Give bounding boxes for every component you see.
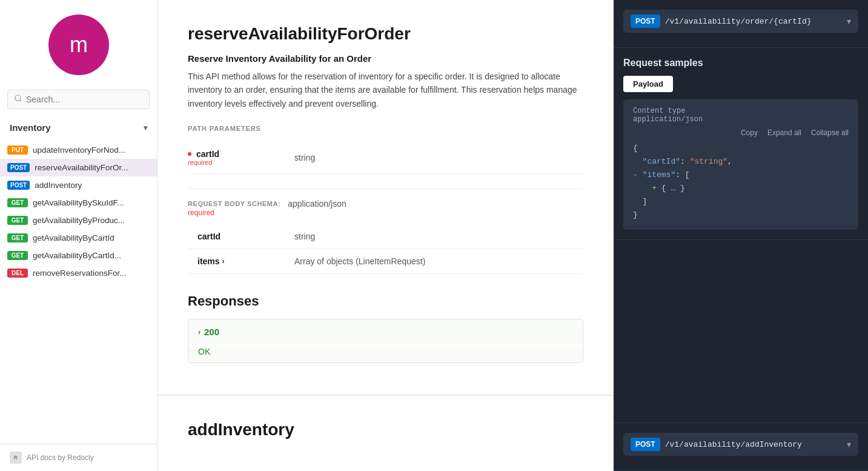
svg-line-2 <box>20 100 22 102</box>
svg-text:m: m <box>70 32 88 57</box>
endpoint-section-addinventory: addInventory <box>157 396 614 461</box>
param-type: Array of objects (LineItemRequest) <box>294 256 425 266</box>
sidebar-nav: PUT updateInventoryForNod... POST reserv… <box>0 141 157 444</box>
sidebar-item-getavailabilitybyskuid[interactable]: GET getAvailabilityBySkuIdF... <box>0 194 157 212</box>
endpoint-badge-row-2[interactable]: POST /v1/availability/addInventory ▾ <box>623 433 858 456</box>
method-badge-post: POST <box>7 163 30 172</box>
post-method-badge: POST <box>631 15 660 28</box>
code-line-2: "cartId": "string", <box>633 155 849 169</box>
post-method-badge-2: POST <box>631 438 660 451</box>
endpoint-title-2: addInventory <box>188 420 583 439</box>
nav-item-label: getAvailabilityByProduc... <box>33 216 125 225</box>
param-info: items › <box>188 256 285 266</box>
svg-point-1 <box>15 95 21 101</box>
sidebar-item-getavailabilitybycartid2[interactable]: GET getAvailabilityByCartId... <box>0 247 157 264</box>
request-schema-row: REQUEST BODY SCHEMA: application/json <box>188 199 583 209</box>
sidebar-item-addinventory[interactable]: POST addInventory <box>0 176 157 194</box>
body-param-cartid: cartId string <box>188 224 583 249</box>
response-status: OK <box>188 347 583 362</box>
nav-item-label: getAvailabilityByCartId... <box>33 251 121 260</box>
code-meta: Content type application/json <box>633 107 849 124</box>
copy-button[interactable]: Copy <box>741 129 758 137</box>
request-body-section: REQUEST BODY SCHEMA: application/json re… <box>188 189 583 217</box>
response-item-200: › 200 OK <box>188 319 583 363</box>
footer-text: API docs by Redocly <box>27 453 94 462</box>
nav-item-label: updateInventoryForNod... <box>33 145 125 155</box>
endpoint-description: This API method allows for the reservati… <box>188 70 583 110</box>
chevron-right-icon: › <box>198 328 200 336</box>
endpoint-section-reserve: reserveAvailabilityForOrder Reserve Inve… <box>157 0 614 395</box>
right-section-samples: Request samples Payload Content type app… <box>614 48 868 240</box>
responses-section: Responses › 200 OK <box>188 293 583 363</box>
nav-item-label: getAvailabilityBySkuIdF... <box>33 198 124 207</box>
method-badge-put: PUT <box>7 145 28 155</box>
logo-svg: m <box>61 27 97 63</box>
required-label: required <box>188 159 285 166</box>
request-schema-type: application/json <box>288 199 346 209</box>
code-line-1: { <box>633 142 849 155</box>
method-badge-get: GET <box>7 216 28 225</box>
payload-button[interactable]: Payload <box>623 76 673 92</box>
body-param-items: items › Array of objects (LineItemReques… <box>188 249 583 274</box>
sidebar-item-reserveavailability[interactable]: POST reserveAvailabilityForOr... <box>0 159 157 176</box>
response-code: › 200 <box>198 327 219 337</box>
param-info: cartId <box>188 232 285 241</box>
sidebar-footer: R API docs by Redocly <box>0 444 157 471</box>
right-spacer <box>614 240 868 423</box>
chevron-down-icon-2: ▾ <box>847 439 851 449</box>
svg-text:R: R <box>14 455 18 461</box>
redocly-icon: R <box>10 452 22 464</box>
collapse-all-button[interactable]: Collapse all <box>811 129 849 137</box>
right-panel: POST /v1/availability/order/{cartId} ▾ R… <box>614 0 868 471</box>
search-icon <box>14 94 22 105</box>
right-section-2: POST /v1/availability/addInventory ▾ <box>614 423 868 471</box>
sidebar-item-getavailabilitybycartid1[interactable]: GET getAvailabilityByCartId <box>0 229 157 247</box>
endpoint-title: reserveAvailabilityForOrder <box>188 24 583 44</box>
responses-title: Responses <box>188 293 583 309</box>
sidebar: m Inventory ▾ PUT updateInventoryForNod.… <box>0 0 157 471</box>
content-type-label: Content type <box>633 107 849 115</box>
body-params: cartId string items › Array of objects (… <box>188 224 583 274</box>
inventory-section-header[interactable]: Inventory ▾ <box>7 119 150 136</box>
nav-item-label: getAvailabilityByCartId <box>33 233 114 242</box>
code-block: Content type application/json Copy Expan… <box>623 99 858 230</box>
method-badge-get: GET <box>7 251 28 260</box>
main-content: reserveAvailabilityForOrder Reserve Inve… <box>157 0 614 471</box>
expand-all-button[interactable]: Expand all <box>767 129 801 137</box>
path-params-label: PATH PARAMETERS <box>188 125 583 132</box>
response-header[interactable]: › 200 <box>188 319 583 344</box>
method-badge-del: DEL <box>7 269 28 278</box>
code-line-4: + { … } <box>633 182 849 195</box>
path-param-cartid: cartId required string <box>188 142 583 174</box>
method-badge-get: GET <box>7 233 28 242</box>
chevron-down-icon: ▾ <box>144 124 147 132</box>
chevron-down-icon: ▾ <box>847 16 851 26</box>
request-schema-label: REQUEST BODY SCHEMA: <box>188 200 280 207</box>
endpoint-subtitle: Reserve Inventory Availability for an Or… <box>188 53 583 64</box>
param-type: string <box>294 153 315 162</box>
sidebar-item-removereservations[interactable]: DEL removeReservationsFor... <box>0 264 157 282</box>
logo-icon: m <box>48 15 109 75</box>
request-samples-title: Request samples <box>623 58 858 68</box>
code-actions: Copy Expand all Collapse all <box>633 129 849 137</box>
response-code-value: 200 <box>204 327 219 337</box>
search-box[interactable] <box>7 90 150 109</box>
nav-item-label: removeReservationsFor... <box>33 269 127 278</box>
sidebar-item-updateinventory[interactable]: PUT updateInventoryForNod... <box>0 141 157 159</box>
method-badge-post: POST <box>7 181 30 190</box>
endpoint-badge-row[interactable]: POST /v1/availability/order/{cartId} ▾ <box>623 10 858 33</box>
param-name[interactable]: items › <box>188 256 285 266</box>
endpoint-path-2: /v1/availability/addInventory <box>665 440 842 449</box>
sidebar-item-getavailabilitybyproduct[interactable]: GET getAvailabilityByProduc... <box>0 212 157 229</box>
inventory-section-label: Inventory <box>10 122 51 133</box>
search-input[interactable] <box>26 95 143 104</box>
arrow-icon: › <box>222 257 225 266</box>
logo-area: m <box>0 0 157 90</box>
sidebar-section-inventory: Inventory ▾ <box>0 114 157 141</box>
code-line-5: ] <box>633 195 849 209</box>
request-required-label: required <box>188 209 583 217</box>
required-dot <box>188 152 191 156</box>
content-type-value: application/json <box>633 115 849 124</box>
nav-item-label: addInventory <box>35 181 82 190</box>
right-section-1: POST /v1/availability/order/{cartId} ▾ <box>614 0 868 48</box>
